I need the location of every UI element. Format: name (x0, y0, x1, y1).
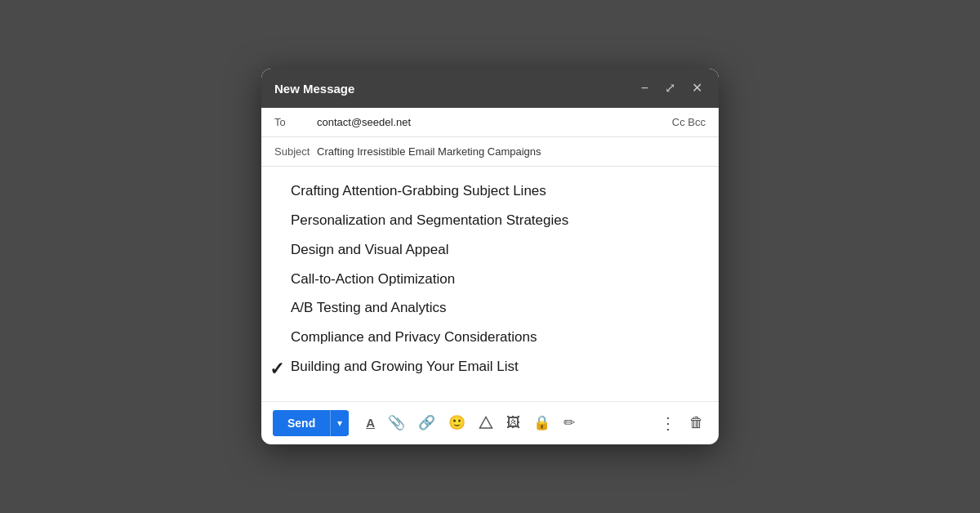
compose-window: New Message − ⤢ ✕ To contact@seedel.net … (261, 69, 719, 444)
more-options-button[interactable]: ⋮ (657, 410, 679, 436)
item-text-2: Personalization and Segmentation Strateg… (291, 211, 568, 230)
subject-field-row: Subject Crafting Irresistible Email Mark… (261, 137, 719, 167)
to-field-row: To contact@seedel.net Cc Bcc (261, 108, 719, 137)
link-icon[interactable]: 🔗 (414, 410, 439, 435)
toolbar-right: ⋮ 🗑 (657, 410, 707, 436)
close-button[interactable]: ✕ (688, 80, 706, 96)
list-item-checked: ✓ Building and Growing Your Email List (291, 357, 702, 377)
maximize-button[interactable]: ⤢ (662, 80, 679, 96)
list-item: Personalization and Segmentation Strateg… (291, 211, 702, 230)
list-item: Crafting Attention-Grabbing Subject Line… (291, 181, 702, 201)
checkmark-icon: ✓ (270, 359, 284, 380)
compose-title: New Message (274, 82, 354, 96)
send-dropdown-button[interactable]: ▾ (331, 411, 349, 435)
send-button-group: Send ▾ (273, 410, 349, 436)
list-item: Compliance and Privacy Considerations (291, 328, 702, 347)
emoji-icon[interactable]: 🙂 (444, 410, 470, 435)
compose-body[interactable]: Crafting Attention-Grabbing Subject Line… (261, 167, 719, 401)
delete-draft-button[interactable]: 🗑 (686, 411, 707, 435)
to-value[interactable]: contact@seedel.net (317, 116, 672, 128)
item-text-3: Design and Visual Appeal (291, 240, 448, 260)
item-text-5: A/B Testing and Analytics (291, 298, 447, 318)
item-text-1: Crafting Attention-Grabbing Subject Line… (291, 181, 546, 201)
item-text-4: Call-to-Action Optimization (291, 270, 455, 289)
list-item: Design and Visual Appeal (291, 240, 702, 260)
list-item: Call-to-Action Optimization (291, 270, 702, 289)
format-text-icon[interactable]: A (362, 412, 379, 434)
item-text-7: Building and Growing Your Email List (291, 357, 519, 377)
compose-toolbar: Send ▾ A 📎 🔗 🙂 🖼 🔒 ✏ ⋮ 🗑 (261, 401, 719, 444)
item-text-6: Compliance and Privacy Considerations (291, 328, 537, 347)
svg-marker-0 (480, 417, 492, 428)
confidential-icon[interactable]: 🔒 (529, 410, 555, 435)
subject-value[interactable]: Crafting Irresistible Email Marketing Ca… (317, 145, 706, 158)
cc-bcc-button[interactable]: Cc Bcc (672, 116, 706, 128)
signature-icon[interactable]: ✏ (559, 410, 579, 435)
attach-icon[interactable]: 📎 (384, 410, 409, 435)
send-button[interactable]: Send (273, 410, 331, 436)
to-label: To (274, 116, 317, 128)
minimize-button[interactable]: − (638, 80, 652, 96)
drive-icon[interactable] (474, 412, 497, 435)
photo-icon[interactable]: 🖼 (502, 411, 524, 435)
compose-header: New Message − ⤢ ✕ (261, 69, 719, 108)
subject-label: Subject (274, 145, 317, 158)
header-controls: − ⤢ ✕ (638, 80, 706, 96)
list-item: A/B Testing and Analytics (291, 298, 702, 318)
